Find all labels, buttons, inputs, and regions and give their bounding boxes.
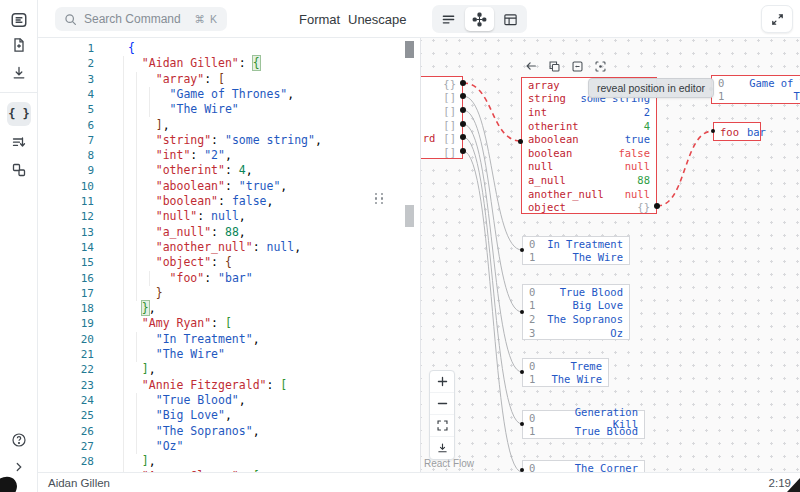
panel-resize-handle[interactable] (372, 190, 386, 207)
left-icon-rail: { } (0, 0, 38, 492)
editor-line-17[interactable]: 17 } (38, 286, 420, 301)
new-file-icon[interactable] (7, 33, 31, 57)
editor-line-2[interactable]: 2 "Aidan Gillen": { (38, 56, 420, 71)
root-node[interactable]: {}[][][]rd[][] (420, 76, 463, 159)
node-row-boolean[interactable]: booleanfalse (522, 146, 656, 160)
import-download-icon[interactable] (7, 61, 31, 85)
editor-line-15[interactable]: 15 "object": { (38, 255, 420, 270)
node-row-another_null[interactable]: another_nullnull (522, 187, 656, 201)
list-node-row[interactable]: 1Big Love (523, 299, 629, 313)
indent-guide (136, 332, 137, 363)
fit-view-icon[interactable] (430, 415, 454, 437)
fullscreen-button[interactable] (761, 5, 793, 33)
root-node-row[interactable]: {} (420, 77, 462, 91)
zoom-in-icon[interactable] (430, 371, 454, 393)
list-node-row[interactable]: 3Oz (523, 326, 629, 340)
graph-canvas[interactable]: reveal position in editor React Flow {}[… (420, 38, 800, 472)
foo-object-node[interactable]: foobar (713, 122, 761, 141)
editor-line-3[interactable]: 3 "array": [ (38, 72, 420, 87)
array-node-row[interactable]: 1The Wire (712, 90, 800, 104)
list-node-row[interactable]: 1The Wire (523, 373, 608, 387)
editor-line-26[interactable]: 26 "The Sopranos", (38, 424, 420, 439)
editor-line-20[interactable]: 20 "In Treatment", (38, 332, 420, 347)
editor-line-7[interactable]: 7 "string": "some string", (38, 133, 420, 148)
editor-line-6[interactable]: 6 ], (38, 118, 420, 133)
editor-line-10[interactable]: 10 "aboolean": "true", (38, 179, 420, 194)
editor-line-21[interactable]: 21 "The Wire" (38, 347, 420, 362)
json-text-editor[interactable]: 1{2 "Aidan Gillen": {3 "array": [4 "Game… (38, 38, 420, 472)
editor-line-5[interactable]: 5 "The Wire" (38, 102, 420, 117)
editor-line-28[interactable]: 28 ], (38, 454, 420, 469)
editor-line-22[interactable]: 22 ], (38, 362, 420, 377)
editor-line-12[interactable]: 12 "null": null, (38, 209, 420, 224)
list-node-row[interactable]: 0Treme (523, 359, 608, 373)
node-row-aboolean[interactable]: abooleantrue (522, 132, 656, 146)
list-node-1[interactable]: 0True Blood1Big Love2The Sopranos3Oz (522, 284, 630, 340)
root-node-row[interactable]: [] (420, 118, 462, 132)
list-node-4[interactable]: 0The Corner (522, 460, 645, 472)
editor-line-1[interactable]: 1{ (38, 41, 420, 56)
sort-icon[interactable] (7, 130, 31, 154)
edge-handle-dot (520, 422, 524, 426)
edge-handle-dot (520, 248, 524, 252)
node-row-int[interactable]: int2 (522, 105, 656, 119)
node-row-object[interactable]: object{} (522, 200, 656, 214)
list-node-2[interactable]: 0Treme1The Wire (522, 358, 609, 387)
graph-view-icon[interactable] (465, 7, 494, 31)
editor-line-13[interactable]: 13 "a_null": 88, (38, 225, 420, 240)
root-node-row[interactable]: [] (420, 91, 462, 105)
focus-node-icon[interactable] (592, 58, 608, 74)
list-node-row[interactable]: 0Generation Kill (523, 411, 644, 425)
root-node-row[interactable]: rd[] (420, 131, 462, 145)
editor-line-25[interactable]: 25 "Big Love", (38, 408, 420, 423)
editor-line-8[interactable]: 8 "int": "2", (38, 148, 420, 163)
copy-icon[interactable] (546, 58, 562, 74)
edge-handle-dot (460, 148, 466, 154)
editor-line-24[interactable]: 24 "True Blood", (38, 393, 420, 408)
editor-line-9[interactable]: 9 "otherint": 4, (38, 163, 420, 178)
editor-line-27[interactable]: 27 "Oz" (38, 439, 420, 454)
root-node-row[interactable]: [] (420, 104, 462, 118)
app-logo[interactable] (7, 8, 31, 32)
mouse-cursor (786, 477, 800, 492)
help-icon[interactable] (7, 428, 31, 452)
indent-guide (136, 72, 137, 302)
back-icon[interactable] (523, 58, 539, 74)
foo-node-row[interactable]: foobar (714, 123, 760, 140)
editor-line-18[interactable]: 18 }, (38, 301, 420, 316)
lock-interactivity-icon[interactable] (430, 437, 454, 459)
react-flow-attribution[interactable]: React Flow (424, 458, 474, 469)
editor-line-4[interactable]: 4 "Game of Thrones", (38, 87, 420, 102)
list-node-0[interactable]: 0In Treatment1The Wire (522, 236, 630, 265)
array-node-row[interactable]: 0Game of Thrones (712, 76, 800, 90)
list-node-row[interactable]: 1The Wire (523, 251, 629, 265)
json-braces-icon[interactable]: { } (7, 102, 31, 126)
search-command-bar[interactable]: Search Command ⌘ K (55, 7, 227, 31)
list-node-row[interactable]: 2The Sopranos (523, 312, 629, 326)
list-node-row[interactable]: 0In Treatment (523, 237, 629, 251)
thrones-array-node[interactable]: 0Game of Thrones1The Wire (711, 75, 800, 104)
editor-line-14[interactable]: 14 "another_null": null, (38, 240, 420, 255)
editor-line-11[interactable]: 11 "boolean": false, (38, 194, 420, 209)
list-node-row[interactable]: 1True Blood (523, 425, 644, 439)
editor-line-19[interactable]: 19 "Amy Ryan": [ (38, 316, 420, 331)
zoom-out-icon[interactable] (430, 393, 454, 415)
list-view-icon[interactable] (434, 7, 463, 31)
editor-scrollbar-thumb[interactable] (405, 41, 414, 58)
editor-line-23[interactable]: 23 "Annie Fitzgerald": [ (38, 378, 420, 393)
list-node-row[interactable]: 0True Blood (523, 285, 629, 299)
collapse-node-icon[interactable] (569, 58, 585, 74)
list-node-row[interactable]: 0The Corner (523, 461, 644, 472)
root-node-row[interactable]: [] (420, 145, 462, 159)
compare-icon[interactable] (7, 158, 31, 182)
node-row-otherint[interactable]: otherint4 (522, 119, 656, 133)
expand-sidebar-icon[interactable] (7, 455, 31, 479)
node-row-null[interactable]: nullnull (522, 160, 656, 174)
list-node-3[interactable]: 0Generation Kill1True Blood (522, 410, 645, 439)
format-button[interactable]: Format (299, 0, 340, 38)
node-row-a_null[interactable]: a_null88 (522, 173, 656, 187)
table-view-icon[interactable] (496, 7, 525, 31)
unescape-button[interactable]: Unescape (348, 0, 407, 38)
selection-path: Aidan Gillen (48, 477, 110, 489)
editor-line-16[interactable]: 16 "foo": "bar" (38, 271, 420, 286)
